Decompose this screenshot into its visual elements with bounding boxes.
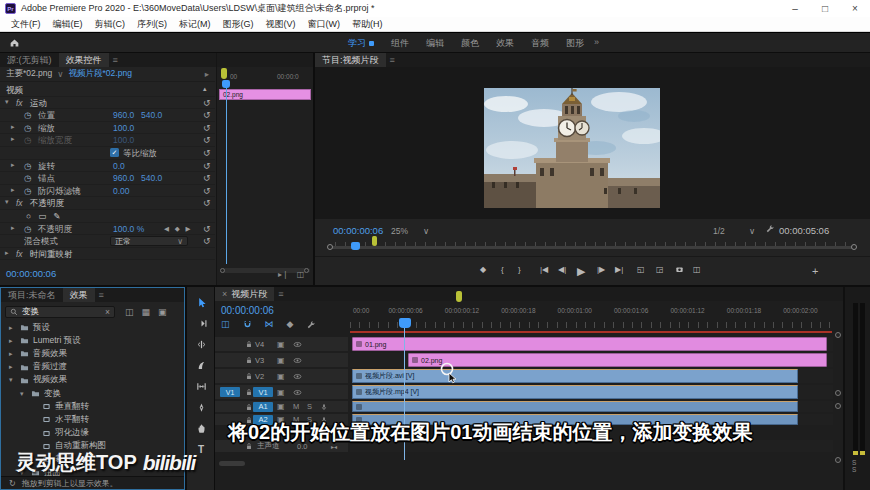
scrubber-start-handle[interactable] — [327, 244, 333, 250]
tab-effects[interactable]: 效果 — [63, 288, 95, 302]
panel-menu-icon[interactable]: ≡ — [274, 287, 287, 301]
step-forward-button[interactable]: |▶ — [597, 265, 605, 274]
add-button-icon[interactable]: + — [812, 265, 818, 277]
workspace-tab-颜色[interactable]: 颜色 — [461, 37, 479, 50]
stopwatch-icon[interactable]: ◷ — [24, 173, 31, 183]
clip-01.png[interactable]: 01.png — [352, 337, 827, 351]
effect-name[interactable]: 时间重映射 — [30, 249, 73, 261]
twirl-icon[interactable]: ▸ — [11, 123, 15, 131]
sequence-marker[interactable] — [372, 236, 377, 246]
razor-tool[interactable] — [194, 358, 208, 372]
workspace-tab-学习[interactable]: 学习 — [348, 37, 374, 50]
step-back-button[interactable]: ◀| — [558, 265, 566, 274]
snap-icon[interactable] — [243, 320, 252, 329]
scrollbar-dot[interactable] — [835, 403, 841, 409]
lock-icon[interactable] — [245, 388, 253, 396]
twirl-icon[interactable]: ▾ — [20, 390, 27, 398]
track-lane-V1[interactable]: 视频片段.mp4 [V] — [350, 385, 833, 399]
reset-icon[interactable]: ↺ — [203, 236, 211, 246]
track-header-V4[interactable]: V4▣ — [215, 337, 348, 351]
track-select-tool[interactable] — [194, 316, 208, 330]
track-name[interactable]: A1 — [253, 402, 273, 412]
settings-wrench-icon[interactable] — [765, 224, 774, 233]
track-lane-V3[interactable]: 02.png — [350, 353, 833, 367]
menu-item[interactable]: 剪辑(C) — [90, 18, 131, 31]
twirl-icon[interactable]: ▸ — [11, 135, 15, 143]
tree-item-视频效果[interactable]: ▾ 视频效果 — [1, 374, 184, 387]
twirl-icon[interactable]: ▸ — [11, 186, 15, 194]
workspace-tab-音频[interactable]: 音频 — [531, 37, 549, 50]
clip-02.png[interactable]: 02.png — [408, 353, 827, 367]
param-value[interactable]: 100.0 — [113, 123, 134, 133]
sync-lock-icon[interactable]: ▣ — [277, 372, 285, 381]
selection-tool[interactable] — [194, 295, 208, 309]
twirl-icon[interactable]: ▾ — [9, 376, 16, 384]
tab-sequence[interactable]: × 视频片段 — [215, 287, 274, 301]
lock-icon[interactable] — [245, 403, 253, 411]
reset-icon[interactable]: ↺ — [203, 224, 211, 234]
stopwatch-icon[interactable]: ◷ — [24, 110, 31, 120]
solo-button[interactable]: S — [307, 402, 312, 411]
marker-icon[interactable]: ◆ — [287, 319, 294, 329]
effect-name[interactable]: 不透明度 — [30, 198, 64, 210]
timeline-playhead[interactable] — [399, 318, 411, 328]
effect-name[interactable]: 运动 — [30, 98, 47, 110]
reset-icon[interactable]: ↺ — [203, 110, 211, 120]
ripple-edit-tool[interactable] — [194, 337, 208, 351]
track-header-V2[interactable]: V2▣ — [215, 369, 348, 383]
keyframe-nav-icons[interactable]: ◀ ◆ ▶ — [164, 225, 193, 233]
stopwatch-icon[interactable]: ◷ — [24, 224, 31, 234]
track-header-V3[interactable]: V3▣ — [215, 353, 348, 367]
home-icon[interactable] — [9, 37, 20, 48]
tree-item-Lumetri 预设[interactable]: ▸ Lumetri 预设 — [1, 334, 184, 347]
twirl-icon[interactable]: ▾ — [5, 98, 9, 106]
program-timecode[interactable]: 00:00:00:06 — [333, 225, 383, 236]
play-clip-icon[interactable]: ▸❘ — [278, 270, 289, 279]
stopwatch-icon[interactable]: ◷ — [24, 123, 31, 133]
timeline-h-scrollbar[interactable] — [219, 461, 245, 466]
sync-lock-icon[interactable]: ▣ — [277, 402, 285, 411]
mini-timeline-clip[interactable]: 02.png — [219, 89, 311, 100]
minimize-button[interactable]: – — [780, 3, 810, 14]
reset-icon[interactable]: ↺ — [203, 161, 211, 171]
track-lane-V4[interactable]: 01.png — [350, 337, 833, 351]
param-value[interactable]: 540.0 — [141, 110, 162, 120]
comparison-view-button[interactable]: ◫ — [693, 265, 701, 274]
scrubber-end-handle[interactable] — [851, 244, 857, 250]
reset-icon[interactable]: ↺ — [203, 198, 211, 208]
reset-icon[interactable]: ↺ — [203, 148, 211, 158]
menu-item[interactable]: 编辑(E) — [48, 18, 88, 31]
scrollbar-dot[interactable] — [835, 390, 841, 396]
panel-scroll-arrow-icon[interactable]: ▸ — [205, 69, 209, 79]
track-name[interactable]: V4 — [255, 340, 264, 349]
pen-tool[interactable] — [194, 400, 208, 414]
effect-controls-timecode[interactable]: 00:00:00:06 — [6, 268, 56, 279]
type-tool[interactable]: T — [194, 442, 208, 456]
twirl-icon[interactable]: ▸ — [11, 224, 15, 232]
twirl-icon[interactable]: ▸ — [9, 350, 16, 358]
panel-options-icon[interactable]: ◫ — [297, 270, 305, 279]
settings-wrench-icon[interactable] — [306, 320, 315, 329]
workspace-tab-图形[interactable]: 图形 — [566, 37, 584, 50]
reset-icon[interactable]: ↺ — [203, 135, 211, 145]
program-playhead[interactable] — [351, 242, 360, 250]
mic-icon[interactable] — [320, 403, 328, 411]
collapse-icon[interactable]: ▴ — [203, 85, 207, 93]
clear-search-icon[interactable]: × — [105, 307, 110, 317]
clip-A1[interactable] — [352, 401, 798, 412]
eye-icon[interactable] — [293, 340, 302, 349]
twirl-icon[interactable]: ▸ — [11, 161, 15, 169]
go-to-out-button[interactable]: ▶| — [615, 265, 623, 274]
twirl-icon[interactable]: ▸ — [9, 337, 16, 345]
lock-icon[interactable] — [245, 340, 253, 348]
param-value[interactable]: 100.0 % — [113, 224, 144, 234]
eye-icon[interactable] — [293, 372, 302, 381]
tab-program-monitor[interactable]: 节目:视频片段 — [315, 53, 386, 67]
tab-project[interactable]: 项目:未命名 — [1, 288, 63, 302]
param-value[interactable]: 540.0 — [141, 173, 162, 183]
mute-button[interactable]: M — [293, 402, 299, 411]
track-lane-A1[interactable] — [350, 401, 833, 412]
stopwatch-icon[interactable]: ◷ — [24, 161, 31, 171]
menu-item[interactable]: 文件(F) — [6, 18, 46, 31]
linked-selection-icon[interactable]: ⋈ — [265, 319, 274, 329]
